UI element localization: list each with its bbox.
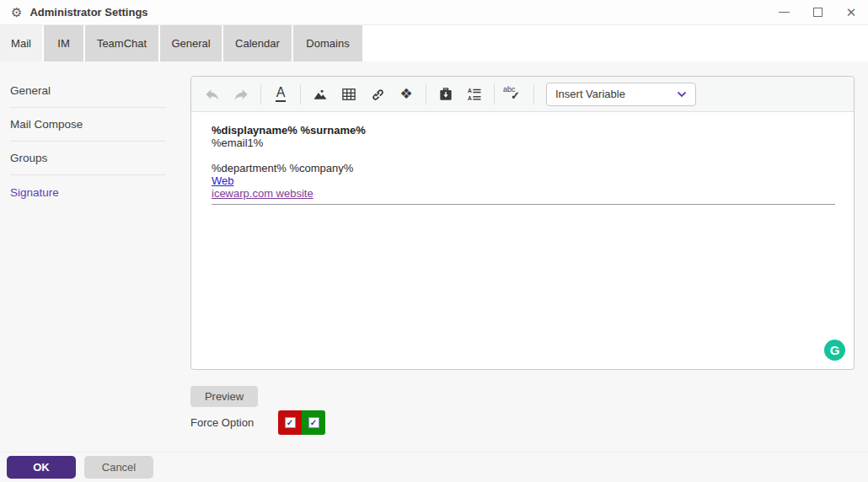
window-controls: ✕ <box>767 0 868 24</box>
checkbox-checked-icon: ✓ <box>285 417 296 428</box>
force-option-toggle: ✓ ✓ <box>278 410 325 435</box>
insert-table-icon <box>340 86 357 103</box>
sidebar-item-mail-compose[interactable]: Mail Compose <box>10 108 166 142</box>
tab-teamchat[interactable]: TeamChat <box>85 25 158 62</box>
insert-link-button[interactable] <box>365 82 390 107</box>
tab-label: TeamChat <box>97 37 147 50</box>
toolbar-separator <box>426 84 426 104</box>
toolbar-separator <box>300 84 301 104</box>
undo-icon <box>204 86 221 103</box>
tab-label: Calendar <box>235 37 280 50</box>
minimize-icon <box>779 12 790 13</box>
toolbar-separator <box>533 84 534 104</box>
title-bar: ⚙ Administrator Settings ✕ <box>0 0 868 25</box>
close-icon: ✕ <box>846 6 857 19</box>
archive-import-button[interactable] <box>433 82 458 107</box>
spellcheck-check-glyph: ✓ <box>511 89 520 102</box>
dropbox-icon: ❖ <box>399 87 412 101</box>
dialog-footer: OK Cancel <box>0 452 868 482</box>
blank-line <box>212 149 833 162</box>
toolbar-separator <box>260 84 261 104</box>
svg-text:A: A <box>468 94 472 100</box>
close-button[interactable]: ✕ <box>834 0 868 24</box>
check-glyph: ✓ <box>287 419 293 427</box>
force-option-red-checkbox[interactable]: ✓ <box>278 410 302 435</box>
sidebar-item-groups[interactable]: Groups <box>10 142 166 175</box>
sidebar-item-label: Signature <box>10 186 59 199</box>
redo-button[interactable] <box>228 82 254 107</box>
sidebar-item-label: General <box>10 84 51 97</box>
undo-button[interactable] <box>200 82 225 107</box>
tab-domains[interactable]: Domains <box>293 25 362 62</box>
tab-label: IM <box>57 37 69 50</box>
definition-list-icon: A A <box>466 86 483 103</box>
force-option-green-checkbox[interactable]: ✓ <box>302 410 325 435</box>
definition-list-button[interactable]: A A <box>462 82 487 107</box>
spellcheck-button[interactable]: abc ✓ <box>501 82 527 107</box>
insert-variable-label: Insert Variable <box>555 88 625 100</box>
signature-editor-panel: A <box>190 76 855 370</box>
ok-button[interactable]: OK <box>7 456 76 479</box>
force-option-label: Force Option <box>190 416 254 429</box>
tab-calendar[interactable]: Calendar <box>223 25 292 62</box>
grammarly-g-icon: G <box>830 343 840 357</box>
gear-icon: ⚙ <box>11 6 22 19</box>
text-format-button[interactable]: A <box>268 82 293 107</box>
insert-link-icon <box>369 86 386 103</box>
dropbox-button[interactable]: ❖ <box>394 82 419 107</box>
web-link[interactable]: Web <box>212 174 234 187</box>
tab-mail[interactable]: Mail <box>0 25 42 62</box>
preview-button[interactable]: Preview <box>190 386 258 407</box>
toolbar-separator <box>494 84 495 104</box>
sidebar-item-label: Groups <box>10 152 47 164</box>
settings-sidebar: General Mail Compose Groups Signature <box>10 74 166 209</box>
checkbox-checked-icon: ✓ <box>308 417 319 428</box>
redo-icon <box>233 86 249 103</box>
cancel-button[interactable]: Cancel <box>84 456 153 479</box>
spellcheck-icon: abc ✓ <box>503 85 525 104</box>
signature-email-line: %email1% <box>212 137 833 149</box>
icewarp-website-link[interactable]: icewarp.com website <box>212 187 313 200</box>
insert-table-button[interactable] <box>336 82 362 107</box>
signature-company-line: %department% %company% <box>212 162 833 174</box>
minimize-button[interactable] <box>767 0 801 24</box>
maximize-icon <box>813 8 822 17</box>
maximize-button[interactable] <box>801 0 834 24</box>
window-title: Administrator Settings <box>29 6 147 19</box>
tab-bar: Mail IM TeamChat General Calendar Domain… <box>0 25 868 62</box>
sidebar-item-signature[interactable]: Signature <box>10 175 166 209</box>
editor-toolbar: A <box>191 77 854 112</box>
tab-im[interactable]: IM <box>44 25 83 62</box>
text-color-icon: A <box>276 86 287 102</box>
insert-image-button[interactable] <box>308 82 333 107</box>
tab-label: Mail <box>11 37 31 50</box>
insert-image-icon <box>312 86 329 103</box>
sidebar-item-general[interactable]: General <box>10 74 166 108</box>
grammarly-badge[interactable]: G <box>824 340 845 361</box>
signature-divider <box>212 204 835 205</box>
tab-label: General <box>171 37 210 50</box>
insert-variable-dropdown[interactable]: Insert Variable <box>546 83 696 106</box>
signature-name-line: %displayname% %surname% <box>212 124 833 137</box>
chevron-down-icon <box>677 91 687 98</box>
check-glyph: ✓ <box>310 419 317 427</box>
signature-content-area[interactable]: %displayname% %surname% %email1% %depart… <box>191 112 854 205</box>
administrator-settings-window: ⚙ Administrator Settings ✕ Mail IM TeamC… <box>0 0 868 482</box>
tab-general[interactable]: General <box>160 25 222 62</box>
archive-import-icon <box>437 86 454 103</box>
sidebar-item-label: Mail Compose <box>10 118 83 131</box>
svg-text:A: A <box>468 88 472 94</box>
tab-label: Domains <box>306 37 349 50</box>
